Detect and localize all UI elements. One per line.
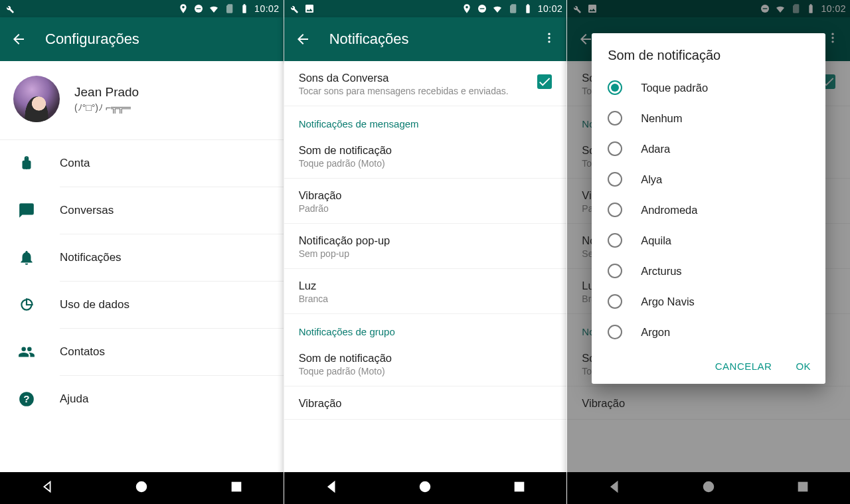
menu-item-label: Conta [60,157,90,170]
setting-sub: Toque padrão (Moto) [299,366,552,377]
cancel-button[interactable]: CANCELAR [715,361,772,372]
sim-icon [224,3,234,14]
section-header-groups: Notificações de grupo [284,314,567,341]
checkbox-checked-icon[interactable] [537,74,552,89]
nav-home-button[interactable] [418,479,432,497]
radio-option[interactable]: Argon [592,317,825,347]
radio-icon [608,233,622,248]
menu-item-label: Contatos [60,345,105,359]
setting-row[interactable]: Vibração [284,386,567,420]
svg-rect-12 [515,483,524,491]
status-bar: 10:02 [0,0,284,17]
radio-label: Aquila [641,234,671,247]
dados-icon [13,296,40,313]
svg-rect-5 [232,483,240,491]
profile-row[interactable]: Jean Prado (ﾉ°□°)ﾉ ⌐╦╦═ [0,61,284,140]
profile-name: Jean Prado [74,85,139,100]
menu-item-label: Ajuda [60,392,88,406]
menu-item-dados[interactable]: Uso de dados [0,282,284,328]
wifi-icon [209,3,219,14]
conta-icon [13,155,40,172]
dnd-icon [193,3,204,14]
radio-icon [608,80,622,95]
setting-conversation-sounds[interactable]: Sons da Conversa Tocar sons para mensage… [284,61,567,106]
wrench-icon [288,3,299,14]
radio-label: Argo Navis [641,295,695,308]
status-clock: 10:02 [254,3,280,14]
setting-sub: Branca [299,294,552,304]
radio-label: Toque padrão [641,82,708,94]
phone-notifications: 10:02 Notificações Sons da Conversa Toca… [284,0,567,504]
setting-sub: Tocar sons para mensagens recebidas e en… [299,86,530,96]
radio-icon [608,264,622,278]
battery-icon [523,3,533,14]
notificacoes-icon [13,249,40,266]
location-icon [462,3,472,14]
wrench-icon [4,3,15,14]
app-bar: Configurações [0,17,284,61]
status-bar: 10:02 [284,0,567,17]
radio-label: Andromeda [641,204,697,216]
notifications-content: Sons da Conversa Tocar sons para mensage… [284,61,567,472]
menu-item-label: Uso de dados [60,298,129,311]
dialog-title: Som de notificação [592,33,825,70]
back-button[interactable] [11,31,27,47]
setting-row[interactable]: VibraçãoPadrão [284,179,567,224]
setting-row[interactable]: Som de notificaçãoToque padrão (Moto) [284,133,567,179]
wifi-icon [492,3,503,14]
ajuda-icon: ? [13,390,40,408]
radio-label: Nenhum [641,112,682,125]
nav-home-button[interactable] [134,479,149,497]
setting-title: Sons da Conversa [299,72,530,84]
menu-item-notificacoes[interactable]: Notificações [0,234,284,281]
radio-icon [608,294,622,309]
nav-back-button[interactable] [324,479,339,497]
radio-option[interactable]: Toque padrão [592,72,825,103]
radio-icon [608,141,622,156]
setting-row[interactable]: Som de notificaçãoToque padrão (Moto) [284,341,567,386]
section-header-messages: Notificações de mensagem [284,106,567,133]
svg-rect-7 [479,8,484,9]
android-nav-bar [284,472,567,504]
radio-option[interactable]: Aquila [592,225,825,256]
app-bar: Notificações [284,17,567,61]
menu-item-conversas[interactable]: Conversas [0,187,284,234]
radio-option[interactable]: Argo Navis [592,286,825,317]
radio-option[interactable]: Arcturus [592,256,825,286]
setting-sub: Sem pop-up [299,248,552,259]
profile-status: (ﾉ°□°)ﾉ ⌐╦╦═ [74,102,139,113]
nav-recent-button[interactable] [512,479,527,497]
dnd-icon [477,3,487,14]
svg-rect-1 [197,8,201,9]
nav-recent-button[interactable] [229,479,244,497]
phone-sound-dialog: 10:02 So Toc Not SoToc VibPa NoSe LuBra … [566,0,850,504]
radio-option[interactable]: Nenhum [592,103,825,133]
sim-icon [507,3,518,14]
radio-option[interactable]: Alya [592,164,825,195]
location-icon [178,3,189,14]
radio-icon [608,111,622,126]
menu-item-contatos[interactable]: Contatos [0,329,284,375]
menu-item-conta[interactable]: Conta [0,140,284,187]
radio-option[interactable]: Andromeda [592,195,825,225]
ok-button[interactable]: OK [796,361,811,372]
phone-settings: 10:02 Configurações Jean Prado (ﾉ°□°)ﾉ ⌐… [0,0,284,504]
setting-title: Vibração [299,189,552,202]
radio-option[interactable]: Adara [592,133,825,164]
status-clock: 10:02 [538,3,563,14]
radio-icon [608,172,622,187]
svg-point-11 [420,482,430,492]
radio-icon [608,203,622,217]
avatar [13,76,60,122]
setting-row[interactable]: LuzBranca [284,269,567,314]
radio-label: Alya [641,173,662,186]
battery-icon [239,3,250,14]
overflow-menu-button[interactable] [543,31,556,47]
radio-icon [608,325,622,339]
nav-back-button[interactable] [40,479,54,497]
menu-item-ajuda[interactable]: ?Ajuda [0,376,284,422]
sound-picker-dialog: Som de notificação Toque padrãoNenhumAda… [592,33,825,384]
setting-row[interactable]: Notificação pop-upSem pop-up [284,224,567,269]
setting-sub: Padrão [299,203,552,214]
back-button[interactable] [295,31,311,47]
